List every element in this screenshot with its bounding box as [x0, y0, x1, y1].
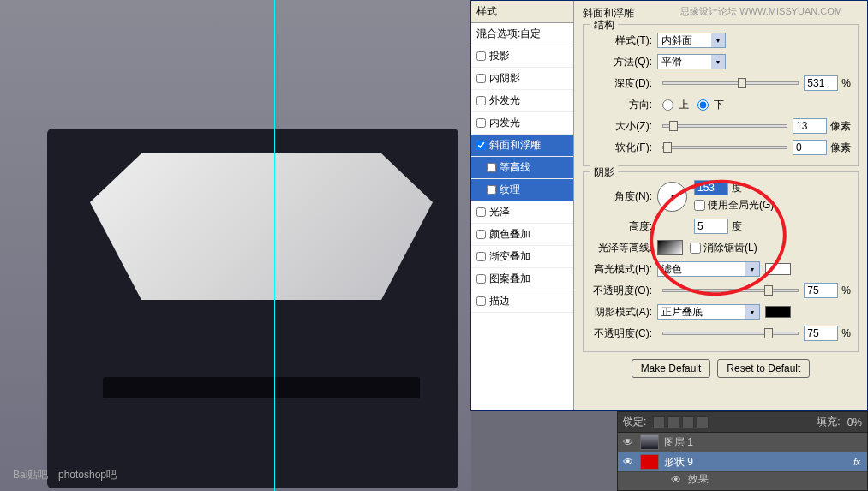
- style-item-color-overlay[interactable]: 颜色叠加: [471, 224, 573, 246]
- label: 消除锯齿(L): [703, 241, 757, 255]
- direction-label: 方向:: [590, 98, 657, 112]
- checkbox[interactable]: [476, 207, 486, 217]
- checkbox[interactable]: [694, 200, 705, 211]
- label: 图案叠加: [489, 272, 530, 286]
- layer-name[interactable]: 图层 1: [664, 435, 693, 450]
- slider-thumb[interactable]: [738, 78, 746, 88]
- visibility-eye-icon[interactable]: 👁: [669, 474, 683, 486]
- layer-thumbnail[interactable]: [640, 434, 659, 450]
- shadow-opacity-input[interactable]: [804, 326, 838, 341]
- checkbox[interactable]: [476, 118, 486, 128]
- direction-up-radio[interactable]: [662, 99, 673, 111]
- style-dropdown[interactable]: 内斜面▾: [657, 33, 726, 48]
- slider-thumb[interactable]: [669, 121, 678, 131]
- layer-name[interactable]: 形状 9: [664, 455, 693, 470]
- highlight-opacity-slider[interactable]: [662, 289, 799, 292]
- size-input[interactable]: [793, 118, 827, 134]
- style-item-texture[interactable]: 纹理: [471, 179, 573, 201]
- style-item-inner-glow[interactable]: 内发光: [471, 112, 573, 135]
- depth-input[interactable]: [804, 75, 838, 91]
- style-item-drop-shadow[interactable]: 投影: [471, 45, 573, 68]
- unit: 度: [732, 219, 742, 234]
- fill-value[interactable]: 0%: [847, 416, 862, 428]
- highlight-opacity-label: 不透明度(O):: [590, 284, 657, 298]
- effects-group[interactable]: 👁 效果: [618, 472, 867, 487]
- shading-legend: 阴影: [590, 165, 618, 180]
- shadow-opacity-label: 不透明度(C):: [590, 326, 657, 341]
- label: 等高线: [500, 160, 530, 175]
- style-item-gradient-overlay[interactable]: 渐变叠加: [471, 246, 573, 268]
- reset-default-button[interactable]: Reset to Default: [717, 359, 810, 378]
- shadow-color-swatch[interactable]: [765, 306, 791, 318]
- blending-options-item[interactable]: 混合选项:自定: [471, 23, 573, 45]
- label: 纹理: [500, 183, 520, 197]
- lock-position-icon[interactable]: [682, 416, 694, 428]
- layer-row[interactable]: 👁 形状 9 fx: [618, 452, 867, 472]
- chevron-down-icon: ▾: [745, 262, 759, 276]
- checkbox[interactable]: [476, 252, 486, 261]
- highlight-mode-dropdown[interactable]: 滤色▾: [657, 261, 760, 277]
- bevel-options-panel: 斜面和浮雕 结构 样式(T): 内斜面▾ 方法(Q): 平滑▾ 深度(D): %…: [574, 1, 867, 410]
- checkbox[interactable]: [476, 96, 486, 105]
- unit: 度: [732, 181, 742, 195]
- checkbox[interactable]: [476, 141, 486, 150]
- slider-thumb[interactable]: [764, 285, 773, 296]
- unit: 像素: [830, 119, 851, 134]
- value: 内斜面: [661, 33, 692, 48]
- soften-slider[interactable]: [662, 146, 787, 149]
- style-item-bevel-emboss[interactable]: 斜面和浮雕: [471, 135, 573, 157]
- checkbox[interactable]: [476, 230, 486, 239]
- label: 内发光: [489, 116, 520, 130]
- slider-thumb[interactable]: [663, 142, 672, 153]
- visibility-eye-icon[interactable]: 👁: [621, 456, 635, 468]
- shadow-opacity-slider[interactable]: [662, 332, 799, 335]
- gloss-contour-picker[interactable]: [657, 240, 683, 255]
- fx-badge[interactable]: fx: [853, 458, 864, 467]
- checkbox[interactable]: [476, 274, 486, 284]
- soften-input[interactable]: [793, 140, 827, 155]
- value: 正片叠底: [661, 305, 703, 320]
- unit: %: [841, 284, 851, 296]
- layers-panel: 锁定: 填充: 0% 👁 图层 1 👁 形状 9 fx 👁 效果: [617, 411, 868, 491]
- altitude-input[interactable]: [694, 219, 728, 234]
- checkbox[interactable]: [690, 243, 701, 254]
- lock-all-icon[interactable]: [697, 416, 709, 428]
- visibility-eye-icon[interactable]: 👁: [621, 436, 635, 448]
- size-label: 大小(Z):: [590, 119, 657, 134]
- vertical-guide[interactable]: [274, 0, 275, 491]
- lock-transparent-icon[interactable]: [653, 416, 665, 428]
- size-slider[interactable]: [662, 124, 787, 128]
- checkbox[interactable]: [476, 296, 486, 306]
- unit: %: [841, 77, 851, 89]
- style-item-satin[interactable]: 光泽: [471, 201, 573, 224]
- method-dropdown[interactable]: 平滑▾: [657, 54, 726, 69]
- style-item-contour[interactable]: 等高线: [471, 157, 573, 179]
- highlight-color-swatch[interactable]: [765, 263, 791, 275]
- layer-thumbnail[interactable]: [640, 454, 659, 470]
- layer-row[interactable]: 👁 图层 1: [618, 433, 867, 452]
- checkbox[interactable]: [476, 74, 486, 83]
- angle-dial[interactable]: [657, 182, 687, 212]
- style-item-stroke[interactable]: 描边: [471, 290, 573, 313]
- canvas-area[interactable]: [0, 0, 471, 491]
- antialias-checkbox[interactable]: 消除锯齿(L): [690, 241, 757, 255]
- depth-slider[interactable]: [662, 81, 799, 85]
- shadow-mode-dropdown[interactable]: 正片叠底▾: [657, 304, 760, 320]
- direction-down-radio[interactable]: [697, 99, 709, 111]
- style-item-outer-glow[interactable]: 外发光: [471, 90, 573, 112]
- global-light-checkbox[interactable]: 使用全局光(G): [694, 198, 774, 213]
- checkbox[interactable]: [487, 163, 496, 172]
- checkbox[interactable]: [487, 185, 496, 195]
- style-item-inner-shadow[interactable]: 内阴影: [471, 68, 573, 90]
- shadow-mode-label: 阴影模式(A):: [590, 305, 657, 320]
- make-default-button[interactable]: Make Default: [632, 359, 711, 378]
- style-label: 样式(T):: [590, 33, 657, 48]
- lock-image-icon[interactable]: [667, 416, 679, 428]
- style-item-pattern-overlay[interactable]: 图案叠加: [471, 268, 573, 290]
- slider-thumb[interactable]: [764, 328, 773, 338]
- gloss-contour-label: 光泽等高线:: [590, 241, 657, 255]
- label: 外发光: [489, 93, 520, 108]
- angle-input[interactable]: [694, 180, 728, 195]
- checkbox[interactable]: [476, 51, 486, 61]
- highlight-opacity-input[interactable]: [804, 283, 838, 298]
